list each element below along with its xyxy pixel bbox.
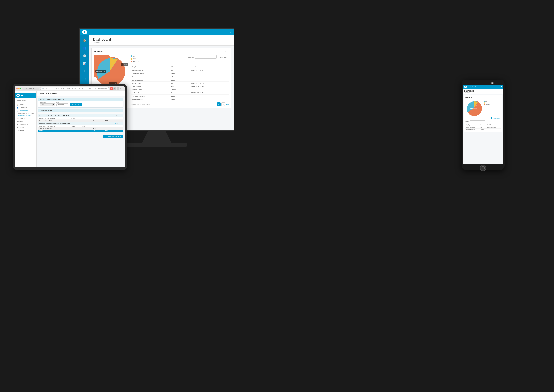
last-clocked: [190, 78, 229, 82]
phone-search-input[interactable]: [470, 120, 485, 123]
ts-total-ord-2: [104, 127, 113, 130]
ts-row-2: 8:00 - 17:00 7.4hr SALARY 08:19 17:00: [38, 125, 123, 127]
tablet-nav-configuration[interactable]: ⚙ Configuration: [15, 123, 36, 126]
sidebar-item-reports[interactable]: 📊: [82, 61, 87, 66]
sidebar-item-employees[interactable]: 👥: [82, 45, 87, 50]
browser-tab-label[interactable]: Workforce TIME By Auss...: [22, 88, 39, 90]
phone-row2-status: Absent: [480, 128, 486, 131]
tablet-nav-daily[interactable]: Daily Time Sheets: [15, 115, 36, 117]
tablet-nav-pay-period[interactable]: Pay Period Time Sheets: [15, 112, 36, 115]
last-clocked: [190, 88, 229, 91]
whos-in-table: Employee ↑ Status Last Clocked Ainsley C…: [131, 65, 229, 101]
phone-legend-out-label: Out: [485, 102, 488, 104]
page-2-button[interactable]: 2: [222, 102, 225, 106]
phone-view-report-button[interactable]: View Report: [492, 117, 501, 119]
phone-page-subtitle: Welcome: [464, 92, 502, 93]
browser-action-3[interactable]: ☰: [117, 87, 119, 90]
tablet-nav-support[interactable]: ? Support: [15, 129, 36, 132]
phone-legend-dot-in: [484, 101, 485, 102]
panel-menu-icon[interactable]: ···: [225, 50, 229, 54]
tablet-nav-employees[interactable]: 👥 Employees: [15, 106, 36, 109]
browser-action-2[interactable]: ↺: [113, 87, 116, 90]
settings-icon: ⚙: [17, 126, 18, 128]
ts-total-ord-1: 7.87: [104, 120, 113, 122]
phone-home-button[interactable]: [480, 165, 486, 171]
ts-employee-row-1: Coomber, Ainsley (Clock ID: 106 Payroll …: [38, 114, 123, 117]
prev-page-text: ←: [215, 103, 216, 105]
sidebar-item-settings[interactable]: ⚙: [82, 76, 87, 81]
phone-legend-dot-out: [484, 102, 485, 104]
ts-total-row-1: Total for 05 Sep 2018 -0.5 7.87: [38, 120, 123, 122]
tablet-nav-reports[interactable]: 📊 Reports: [15, 117, 36, 120]
close-dot[interactable]: [16, 88, 18, 89]
tablet-nav-timesheets[interactable]: 🕐 Time Sheets: [15, 109, 36, 112]
hamburger-menu-icon[interactable]: [89, 31, 92, 33]
ts-totals-breaks: 1.00: [92, 130, 104, 132]
table-row: Michael Batala Absent: [131, 88, 229, 91]
view-timesheet-button[interactable]: View Timesheet: [70, 103, 83, 106]
phone-legend-dot-absent: [484, 104, 485, 105]
browser-bar: Workforce TIME By Auss... 🔒 https://auss…: [15, 86, 125, 91]
next-page-button[interactable]: Next: [226, 103, 229, 105]
search-input[interactable]: [195, 55, 216, 59]
ts-edit-btn-2[interactable]: ✎: [116, 123, 118, 125]
employee-name: David Azzopardi: [131, 75, 170, 78]
phone-panel-collapse-icon[interactable]: —: [499, 97, 501, 99]
phone-legend-absent-label: Absent: [485, 104, 490, 105]
phone-screen: Aussie TimeSheets ↗ Dashboard Welcome Wh…: [463, 85, 503, 164]
ts-add-btn-2[interactable]: +: [115, 123, 116, 125]
phone-page-title: Dashboard: [464, 90, 502, 92]
sidebar-item-payroll[interactable]: $: [82, 69, 87, 74]
showing-text: Showing 1 to 10 of 11 entries: [131, 103, 150, 105]
employee-name: Nicholas Bentben: [131, 95, 170, 98]
phone-pie-chart: Absent 55% In 36% Out 9%: [465, 100, 482, 117]
tablet-nav-settings[interactable]: ⚙ Settings: [15, 126, 36, 129]
browser-action-1[interactable]: ✕: [110, 87, 113, 90]
phone-col-status: Status: [480, 124, 486, 126]
ts-employee-1-name: Coomber, Ainsley (Clock ID: 106 Payroll …: [39, 115, 69, 117]
col-last-clocked: Last Clocked: [190, 65, 229, 69]
page-1-button[interactable]: 1: [217, 102, 221, 106]
browser-url-bar[interactable]: 🔒 https://aussietime.com.au/Workforce/Ti…: [40, 87, 109, 90]
search-bar: Search: View Report: [188, 55, 229, 59]
date-input[interactable]: [56, 103, 68, 106]
tablet-hamburger-icon[interactable]: [21, 95, 23, 97]
table-row: Nathan Orman In 28/08/2018 08:30: [131, 91, 229, 95]
tablet-screen: Workforce TIME By Auss... 🔒 https://auss…: [15, 86, 125, 167]
sidebar-item-timesheets[interactable]: 🕐: [82, 53, 87, 58]
sidebar-item-home[interactable]: 🏠: [82, 38, 87, 43]
monitor-base: [127, 143, 187, 147]
table-row: David Azzopardi Absent: [131, 75, 229, 78]
phone-row2-employee: Danielle Malousis: [465, 128, 480, 131]
phone-row1-employee: Ainsley Coomber: [465, 126, 480, 128]
employee-name: Michael Batala: [131, 88, 170, 91]
view-report-button[interactable]: View Report: [218, 56, 229, 58]
approve-timesheets-button[interactable]: ✓ Approve Timesheets: [103, 134, 123, 138]
ts-col-ord: ORD: [104, 112, 113, 114]
tablet-nav-settings-label: Settings: [19, 126, 24, 128]
tablet-nav-timesheets-label: Time Sheets: [20, 110, 28, 112]
page-title: Dashboard: [93, 38, 230, 42]
phone-app-logo: [464, 85, 467, 88]
employee-status: Absent: [170, 88, 190, 91]
maximize-dot[interactable]: [20, 88, 21, 89]
employee-name: Jesse Pelikan: [131, 82, 170, 85]
col-employee[interactable]: Employee ↑: [131, 65, 170, 69]
last-clocked: 28/08/2018 08:32: [190, 69, 229, 72]
ts-add-btn-1[interactable]: +: [115, 115, 116, 117]
tablet-nav-payroll[interactable]: $ Payroll: [15, 120, 36, 123]
minimize-dot[interactable]: [18, 88, 20, 89]
tablet: Workforce TIME By Auss... 🔒 https://auss…: [13, 84, 127, 170]
legend-dot-absent: [131, 61, 132, 62]
phone-right-panel: In Out Absent: [484, 100, 490, 105]
phone-signal-icon: ▐▐▐: [491, 82, 493, 84]
ts-edit-btn-1[interactable]: ✎: [116, 115, 118, 117]
exit-icon[interactable]: ⇥: [229, 30, 231, 34]
phone-row1-status: Out: [480, 126, 486, 128]
share-icon[interactable]: ↗: [500, 86, 502, 88]
tablet-nav-home[interactable]: 🏠 Home: [15, 103, 36, 106]
employee-name: David Mercado: [131, 78, 170, 82]
department-select[interactable]: Sales: [40, 103, 55, 106]
tablet-frame: Workforce TIME By Auss... 🔒 https://auss…: [13, 84, 127, 170]
phone-status-bar: ▐▐▐ WiFi 97% 16:42: [491, 82, 502, 84]
